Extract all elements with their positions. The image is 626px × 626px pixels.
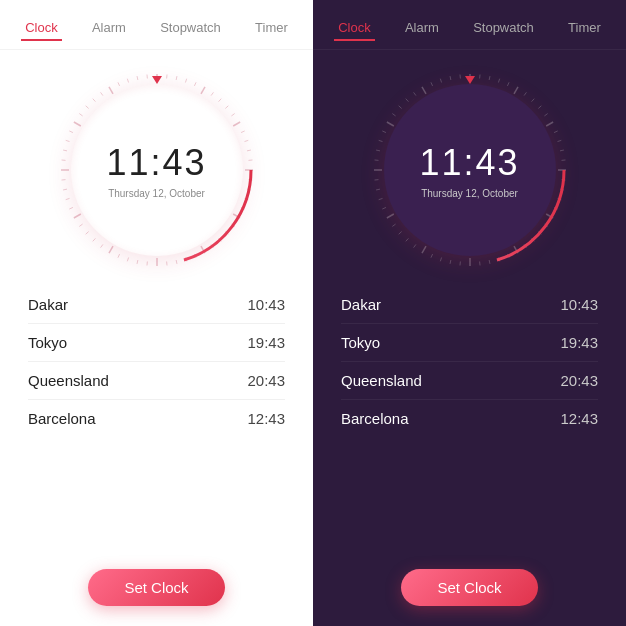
clock-face: 11:43 Thursday 12, October [71,84,243,256]
nav-item-stopwatch[interactable]: Stopwatch [156,18,225,41]
clock-area: 11:43 Thursday 12, October [370,70,570,270]
city-time: 20:43 [247,372,285,389]
svg-line-100 [392,224,395,226]
svg-line-104 [376,189,380,190]
city-time: 19:43 [247,334,285,351]
svg-line-38 [85,232,88,235]
svg-line-42 [65,198,69,199]
svg-line-40 [73,214,80,218]
svg-line-53 [92,99,95,102]
svg-line-47 [63,150,67,151]
clock-indicator [465,76,475,84]
panel-dark: ClockAlarmStopwatchTimer 11:43 Thursday … [313,0,626,626]
svg-line-93 [450,260,451,264]
svg-line-118 [440,79,441,83]
svg-line-94 [440,258,441,262]
svg-line-37 [92,238,95,241]
clock-indicator [152,76,162,84]
svg-line-39 [79,224,82,226]
world-clock-row: Dakar 10:43 [28,286,285,324]
nav-item-alarm[interactable]: Alarm [88,18,130,41]
city-name: Dakar [28,296,68,313]
city-name: Tokyo [341,334,380,351]
city-name: Barcelona [28,410,96,427]
svg-line-101 [386,214,393,218]
nav-item-timer[interactable]: Timer [251,18,292,41]
nav-light: ClockAlarmStopwatchTimer [0,0,313,50]
city-time: 19:43 [560,334,598,351]
city-name: Queensland [341,372,422,389]
world-clocks: Dakar 10:43 Tokyo 19:43 Queensland 20:43… [313,270,626,551]
world-clock-row: Barcelona 12:43 [28,400,285,437]
svg-line-52 [85,106,88,109]
clock-time: 11:43 [106,142,206,184]
nav-item-stopwatch[interactable]: Stopwatch [469,18,538,41]
set-clock-button[interactable]: Set Clock [401,569,537,606]
city-name: Barcelona [341,410,409,427]
svg-line-28 [176,260,177,264]
svg-line-7 [218,99,221,102]
svg-line-64 [498,79,499,83]
svg-line-98 [405,238,408,241]
city-time: 10:43 [560,296,598,313]
svg-line-43 [63,189,67,190]
clock-date: Thursday 12, October [108,188,205,199]
svg-line-97 [413,244,415,247]
city-time: 20:43 [560,372,598,389]
svg-line-113 [398,106,401,109]
nav-dark: ClockAlarmStopwatchTimer [313,0,626,50]
svg-line-111 [386,122,393,126]
nav-item-alarm[interactable]: Alarm [401,18,443,41]
nav-item-timer[interactable]: Timer [564,18,605,41]
world-clock-row: Tokyo 19:43 [28,324,285,362]
world-clock-row: Dakar 10:43 [341,286,598,324]
svg-line-117 [430,82,432,86]
svg-line-56 [117,82,119,86]
clock-date: Thursday 12, October [421,188,518,199]
city-time: 12:43 [560,410,598,427]
svg-line-70 [544,114,547,116]
svg-line-108 [376,150,380,151]
svg-line-34 [117,254,119,258]
svg-line-41 [69,207,73,209]
svg-line-69 [538,106,541,109]
nav-item-clock[interactable]: Clock [21,18,62,41]
city-name: Queensland [28,372,109,389]
svg-line-115 [413,92,415,95]
svg-line-55 [109,87,113,94]
svg-line-13 [246,150,250,151]
svg-line-109 [378,140,382,141]
svg-line-35 [109,246,113,253]
svg-line-32 [137,260,138,264]
svg-line-95 [430,254,432,258]
svg-line-66 [514,87,518,94]
world-clock-row: Barcelona 12:43 [341,400,598,437]
clock-time: 11:43 [419,142,519,184]
svg-line-102 [382,207,386,209]
set-clock-button[interactable]: Set Clock [88,569,224,606]
svg-line-116 [422,87,426,94]
svg-line-4 [194,82,196,86]
world-clock-row: Queensland 20:43 [28,362,285,400]
svg-line-6 [211,92,213,95]
svg-line-63 [489,76,490,80]
world-clock-row: Queensland 20:43 [341,362,598,400]
svg-line-9 [231,114,234,116]
svg-line-11 [241,131,245,133]
svg-line-58 [137,76,138,80]
svg-line-68 [531,99,534,102]
svg-line-3 [185,79,186,83]
svg-line-112 [392,114,395,116]
svg-line-99 [398,232,401,235]
svg-line-119 [450,76,451,80]
svg-line-10 [233,122,240,126]
svg-line-72 [554,131,558,133]
clock-face: 11:43 Thursday 12, October [384,84,556,256]
city-time: 12:43 [247,410,285,427]
nav-item-clock[interactable]: Clock [334,18,375,41]
svg-line-50 [73,122,80,126]
svg-line-96 [422,246,426,253]
panel-light: ClockAlarmStopwatchTimer 11:43 Thursday … [0,0,313,626]
svg-line-74 [559,150,563,151]
world-clocks: Dakar 10:43 Tokyo 19:43 Queensland 20:43… [0,270,313,551]
